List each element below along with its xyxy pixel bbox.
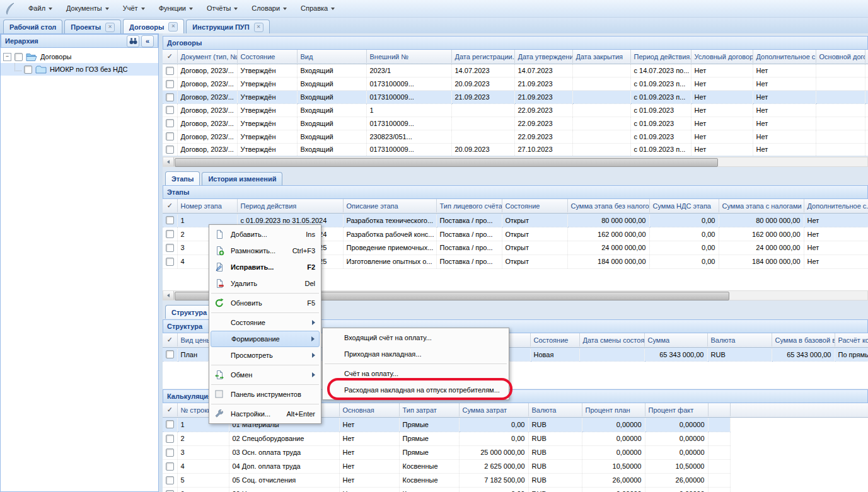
- column-header[interactable]: Документ (тип, №...: [177, 50, 237, 63]
- menubar-item[interactable]: Отчёты: [200, 0, 245, 17]
- column-header[interactable]: Сумма затрат: [459, 403, 528, 416]
- row-checkbox[interactable]: [166, 132, 174, 140]
- row-checkbox[interactable]: [166, 420, 174, 428]
- column-header[interactable]: Дополнительное с...: [753, 50, 816, 63]
- main-tab[interactable]: Договоры✕: [123, 19, 184, 34]
- menubar-item[interactable]: Документы: [59, 0, 116, 17]
- select-all-column-header[interactable]: ✓: [163, 199, 177, 212]
- column-header[interactable]: Вид: [297, 50, 366, 63]
- tab-close-icon[interactable]: ✕: [168, 22, 178, 31]
- horizontal-scrollbar[interactable]: [163, 157, 868, 167]
- tab-struktura[interactable]: Структура: [165, 305, 213, 319]
- row-checkbox[interactable]: [166, 244, 174, 252]
- menu-item[interactable]: Входящий счёт на оплату...: [324, 329, 507, 346]
- menu-item[interactable]: Приходная накладная...: [324, 346, 507, 362]
- column-header[interactable]: Сумма НДС этапа: [649, 199, 719, 212]
- column-header[interactable]: Дата утверждения: [514, 50, 572, 63]
- menu-item[interactable]: ОбновитьF5: [211, 295, 320, 311]
- main-tab[interactable]: Проекты✕: [64, 20, 121, 34]
- row-checkbox[interactable]: [166, 119, 174, 127]
- table-row[interactable]: 505 Соц. отчисленияНетКосвенные7 182 500…: [163, 473, 730, 487]
- find-icon[interactable]: [127, 35, 139, 47]
- scroll-left-arrow-icon[interactable]: [163, 291, 174, 300]
- main-tab[interactable]: Инструкции ПУП✕: [186, 20, 269, 34]
- tab-close-icon[interactable]: ✕: [254, 23, 263, 32]
- column-header[interactable]: Валюта: [528, 403, 582, 416]
- column-header[interactable]: Тип затрат: [399, 403, 459, 416]
- table-row[interactable]: 404 Доп. оплата трудаНетКосвенные2 625 0…: [163, 459, 730, 473]
- scrollbar-thumb[interactable]: [175, 158, 718, 167]
- menubar-item[interactable]: Учёт: [116, 0, 152, 17]
- scroll-left-arrow-icon[interactable]: [163, 157, 174, 166]
- tab-etapy[interactable]: Этапы: [165, 171, 200, 185]
- column-header[interactable]: Состояние: [237, 50, 297, 63]
- menu-item[interactable]: Исправить...F2: [211, 259, 320, 275]
- menubar-item[interactable]: Функции: [152, 0, 200, 17]
- menu-item[interactable]: Состояние: [211, 314, 320, 331]
- row-checkbox[interactable]: [166, 216, 174, 224]
- tree-checkbox[interactable]: [24, 66, 32, 74]
- menu-item[interactable]: Добавить...Ins: [211, 226, 320, 243]
- tab-istoriya-izmeneniy[interactable]: История изменений: [202, 172, 282, 185]
- menu-item[interactable]: Обмен: [211, 367, 320, 383]
- row-checkbox[interactable]: [166, 476, 174, 484]
- menu-item[interactable]: Просмотреть: [211, 347, 320, 363]
- menubar-item[interactable]: Справка: [294, 0, 342, 17]
- menubar-item[interactable]: Словари: [245, 0, 294, 17]
- menubar-item[interactable]: Файл: [21, 0, 59, 17]
- column-header[interactable]: Ц: [865, 50, 868, 63]
- column-header[interactable]: Дата смены состояния: [579, 333, 644, 346]
- menu-item[interactable]: Размножить...Ctrl+F3: [211, 243, 320, 259]
- column-header[interactable]: Процент факт: [645, 403, 708, 416]
- table-row[interactable]: 303 Осн. оплата трудаНетПрямые25 000 000…: [163, 445, 730, 459]
- row-checkbox[interactable]: [166, 462, 174, 471]
- main-tab[interactable]: Рабочий стол: [3, 20, 62, 34]
- table-row[interactable]: 202 СпецоборудованиеНетПрямые0,00RUB0,00…: [163, 432, 730, 445]
- table-row[interactable]: Договор, 2023/...УтверждёнВходящий122.09…: [163, 104, 868, 117]
- menu-item[interactable]: Формирование: [211, 331, 320, 347]
- menu-item[interactable]: Настройки...Alt+Enter: [211, 406, 320, 422]
- select-all-column-header[interactable]: ✓: [163, 50, 177, 63]
- tree-node-root[interactable]: − Договоры: [1, 50, 158, 63]
- table-row[interactable]: Договор, 2023/...УтверждёнВходящий017310…: [163, 91, 868, 104]
- row-checkbox[interactable]: [166, 435, 174, 443]
- table-row[interactable]: Договор, 2023/...УтверждёнВходящий230823…: [163, 130, 868, 143]
- row-checkbox[interactable]: [166, 490, 174, 492]
- column-header[interactable]: Внешний №: [366, 50, 451, 63]
- row-checkbox[interactable]: [166, 258, 174, 266]
- column-header[interactable]: Дата закрытия: [572, 50, 630, 63]
- column-header[interactable]: Дата регистрации...: [451, 50, 514, 63]
- column-header[interactable]: Сумма: [644, 333, 707, 346]
- row-checkbox[interactable]: [166, 230, 174, 238]
- column-header[interactable]: Расчёт ко...: [835, 333, 868, 346]
- row-checkbox[interactable]: [166, 93, 174, 101]
- column-header[interactable]: Состояние: [502, 199, 567, 212]
- column-header[interactable]: Сумма в базовой валюте: [772, 333, 835, 346]
- row-checkbox[interactable]: [166, 449, 174, 457]
- menu-item[interactable]: Расходная накладная на отпуск потребител…: [324, 382, 507, 398]
- column-header[interactable]: Описание этапа: [343, 199, 436, 212]
- column-header[interactable]: Период действия...: [630, 50, 691, 63]
- column-header[interactable]: Условный договор: [691, 50, 753, 63]
- row-checkbox[interactable]: [166, 106, 174, 114]
- row-checkbox[interactable]: [166, 67, 174, 75]
- table-row[interactable]: Договор, 2023/...УтверждёнВходящий2023/1…: [163, 64, 868, 77]
- table-row[interactable]: Договор, 2023/...УтверждёнВходящий017310…: [163, 77, 868, 91]
- column-header[interactable]: Валюта: [707, 333, 772, 346]
- table-row[interactable]: Договор, 2023/...УтверждёнВходящий017310…: [163, 143, 868, 156]
- collapse-node-icon[interactable]: −: [3, 53, 11, 61]
- column-header[interactable]: Процент план: [582, 403, 645, 416]
- tree-checkbox[interactable]: [14, 53, 23, 61]
- select-all-column-header[interactable]: ✓: [163, 403, 177, 416]
- menu-item[interactable]: Панель инструментов: [211, 386, 320, 403]
- row-checkbox[interactable]: [166, 146, 174, 154]
- column-header[interactable]: Период действия: [237, 199, 343, 212]
- column-header[interactable]: Основная: [339, 403, 399, 416]
- menu-item[interactable]: УдалитьDel: [211, 275, 320, 292]
- column-header[interactable]: Состояние: [530, 333, 579, 346]
- column-header[interactable]: Сумма этапа с налогами: [719, 199, 804, 212]
- column-header[interactable]: Сумма этапа без налогов: [567, 199, 649, 212]
- column-header[interactable]: [708, 403, 730, 416]
- menu-item[interactable]: Счёт на оплату...: [324, 365, 507, 382]
- column-header[interactable]: Тип лицевого счёта: [436, 199, 502, 212]
